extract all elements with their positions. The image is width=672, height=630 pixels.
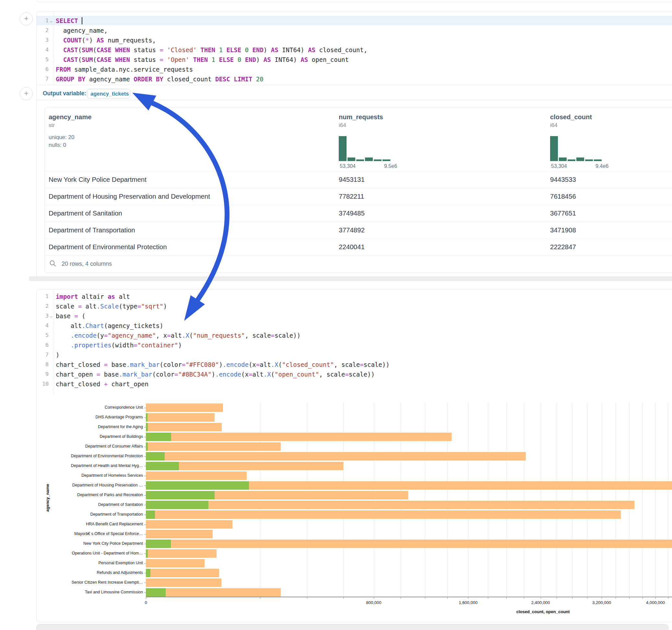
notebook-page: + + 1⌄SELECT 2 agency_name,3 COUNT(*) AS…: [0, 0, 672, 630]
annotation-arrow: [0, 0, 672, 630]
